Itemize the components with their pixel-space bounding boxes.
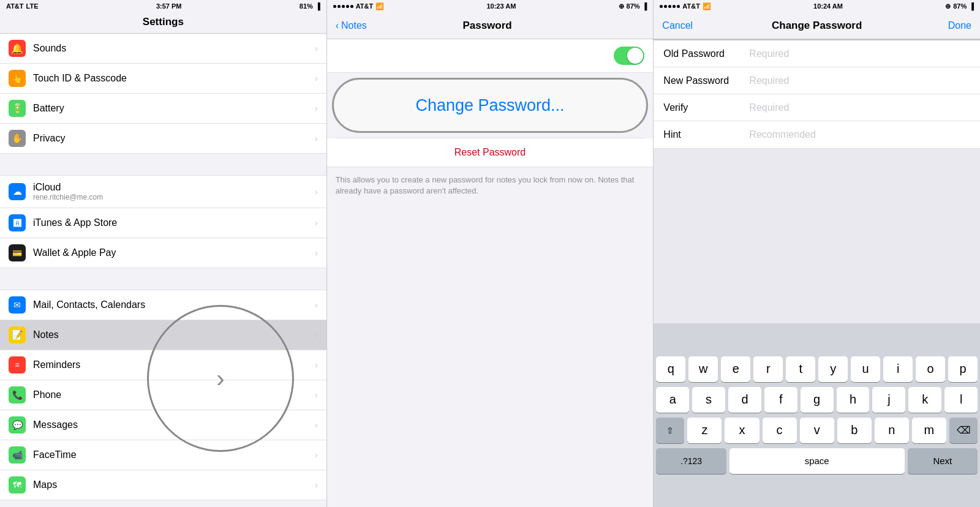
- space-key[interactable]: space: [729, 448, 905, 474]
- key-e[interactable]: e: [721, 356, 750, 382]
- done-button[interactable]: Done: [922, 20, 971, 31]
- status-right-3: ⊕ 87% ▐: [945, 2, 974, 10]
- shift-key[interactable]: ⇧: [656, 418, 684, 443]
- icloud-label: iCloud: [33, 182, 315, 193]
- facetime-label: FaceTime: [33, 449, 315, 460]
- location-icon-3: ⊕: [945, 2, 951, 10]
- status-left-1: AT&T LTE: [6, 2, 38, 10]
- key-z[interactable]: z: [687, 418, 722, 443]
- toggle-switch[interactable]: [614, 47, 644, 65]
- battery-label: Battery: [33, 103, 315, 114]
- old-password-row: Old Password Required: [654, 40, 980, 67]
- location-icon: ⊕: [619, 2, 624, 10]
- change-password-nav-title: Change Password: [711, 20, 922, 32]
- status-right-1: 81% ▐: [300, 2, 320, 10]
- privacy-chevron: ›: [315, 133, 318, 143]
- key-b[interactable]: b: [837, 418, 872, 443]
- key-r[interactable]: r: [753, 356, 783, 382]
- key-c[interactable]: c: [763, 418, 797, 443]
- keyboard: q w e r t y u i o p a s d f g h j k l ⇧ …: [654, 323, 980, 508]
- settings-item-touchid[interactable]: 👆 Touch ID & Passcode ›: [0, 64, 326, 94]
- key-row-4: .?123 space Next: [656, 448, 978, 474]
- settings-item-mail[interactable]: ✉ Mail, Contacts, Calendars ›: [0, 290, 326, 320]
- key-v[interactable]: v: [800, 418, 834, 443]
- privacy-label: Privacy: [33, 133, 315, 144]
- settings-item-icloud[interactable]: ☁ iCloud rene.ritchie@me.com ›: [0, 176, 326, 208]
- backspace-key[interactable]: ⌫: [949, 418, 978, 443]
- mail-icon: ✉: [9, 296, 26, 314]
- back-button[interactable]: ‹ Notes: [336, 20, 367, 31]
- key-row-3: ⇧ z x c v b n m ⌫: [656, 418, 978, 443]
- itunes-label: iTunes & App Store: [33, 217, 315, 228]
- touchid-label: Touch ID & Passcode: [33, 73, 315, 84]
- hint-label: Hint: [663, 129, 749, 140]
- signal-dots-3: [660, 5, 680, 8]
- status-bar-3: AT&T 📶 10:24 AM ⊕ 87% ▐: [654, 0, 980, 12]
- facetime-icon: 📹: [9, 446, 26, 464]
- verify-label: Verify: [663, 102, 749, 113]
- key-h[interactable]: h: [837, 387, 870, 413]
- cancel-button[interactable]: Cancel: [662, 20, 711, 31]
- key-a[interactable]: a: [656, 387, 689, 413]
- reminders-icon: ≡: [9, 356, 26, 374]
- key-s[interactable]: s: [692, 387, 725, 413]
- key-g[interactable]: g: [801, 387, 834, 413]
- battery-icon-item: 🔋: [9, 100, 26, 117]
- touchid-icon: 👆: [9, 70, 26, 87]
- dot3-4: [673, 5, 676, 8]
- key-m[interactable]: m: [912, 418, 946, 443]
- key-t[interactable]: t: [786, 356, 815, 382]
- dot2: [337, 5, 341, 8]
- mail-chevron: ›: [315, 300, 318, 310]
- key-i[interactable]: i: [883, 356, 913, 382]
- settings-item-reminders[interactable]: ≡ Reminders ›: [0, 350, 326, 380]
- key-k[interactable]: k: [908, 387, 941, 413]
- reset-password-button[interactable]: Reset Password: [327, 138, 654, 167]
- numbers-key[interactable]: .?123: [656, 448, 726, 474]
- next-key[interactable]: Next: [908, 448, 978, 474]
- touchid-chevron: ›: [315, 73, 318, 83]
- key-y[interactable]: y: [818, 356, 848, 382]
- battery-2: 87%: [627, 2, 640, 10]
- key-row-1: q w e r t y u i o p: [656, 356, 978, 382]
- key-n[interactable]: n: [875, 418, 909, 443]
- carrier-2: AT&T: [356, 2, 374, 10]
- settings-title: Settings: [0, 12, 326, 34]
- new-password-row: New Password Required: [654, 67, 980, 94]
- key-q[interactable]: q: [656, 356, 685, 382]
- key-w[interactable]: w: [688, 356, 718, 382]
- settings-item-privacy[interactable]: ✋ Privacy ›: [0, 124, 326, 154]
- key-u[interactable]: u: [851, 356, 880, 382]
- dot3-1: [660, 5, 663, 8]
- notes-icon: 📝: [9, 326, 26, 344]
- network-1: LTE: [26, 2, 39, 10]
- key-j[interactable]: j: [872, 387, 905, 413]
- key-f[interactable]: f: [764, 387, 797, 413]
- settings-item-notes[interactable]: 📝 Notes ›: [0, 320, 326, 350]
- settings-item-battery[interactable]: 🔋 Battery ›: [0, 94, 326, 124]
- settings-item-wallet[interactable]: 💳 Wallet & Apple Pay ›: [0, 238, 326, 268]
- hint-value: Recommended: [749, 129, 816, 140]
- carrier-3: AT&T: [682, 2, 700, 10]
- settings-item-facetime[interactable]: 📹 FaceTime ›: [0, 440, 326, 470]
- hint-row: Hint Recommended: [654, 121, 980, 148]
- settings-item-phone[interactable]: 📞 Phone ›: [0, 380, 326, 410]
- dot4: [346, 5, 349, 8]
- settings-item-messages[interactable]: 💬 Messages ›: [0, 410, 326, 440]
- reminders-chevron: ›: [315, 360, 318, 370]
- settings-item-itunes[interactable]: 🅰 iTunes & App Store ›: [0, 208, 326, 238]
- key-p[interactable]: p: [948, 356, 978, 382]
- key-d[interactable]: d: [728, 387, 761, 413]
- settings-item-maps[interactable]: 🗺 Maps ›: [0, 470, 326, 500]
- key-o[interactable]: o: [916, 356, 945, 382]
- settings-item-sounds[interactable]: 🔔 Sounds ›: [0, 34, 326, 64]
- password-nav-bar: ‹ Notes Password: [327, 12, 654, 39]
- change-password-button[interactable]: Change Password...: [332, 78, 649, 133]
- key-x[interactable]: x: [725, 418, 759, 443]
- battery-icon-3: ▐: [969, 2, 974, 10]
- settings-panel: AT&T LTE 3:57 PM 81% ▐ Settings 🔔 Sounds…: [0, 0, 327, 507]
- change-password-panel: AT&T 📶 10:24 AM ⊕ 87% ▐ Cancel Change Pa…: [654, 0, 980, 507]
- toggle-knob: [627, 48, 643, 64]
- key-l[interactable]: l: [944, 387, 978, 413]
- back-label: Notes: [341, 20, 367, 31]
